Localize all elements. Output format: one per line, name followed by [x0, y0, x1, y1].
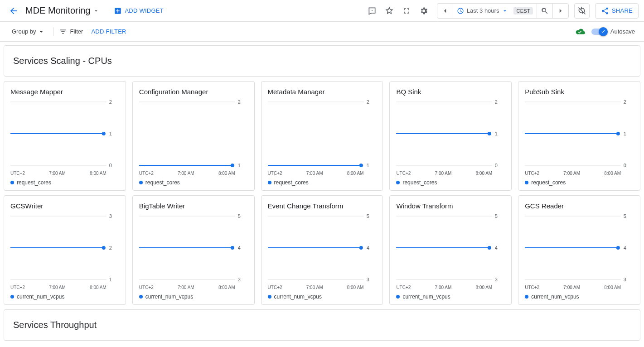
chart-area: 3 1 2	[10, 212, 119, 284]
time-next-button[interactable]	[553, 4, 568, 18]
notes-icon	[368, 6, 377, 15]
page-title[interactable]: MDE Monitoring	[24, 5, 101, 16]
clock-icon	[457, 7, 464, 14]
chart-legend: current_num_vcpus	[10, 294, 119, 300]
share-button[interactable]: SHARE	[595, 3, 639, 19]
svg-text:3: 3	[495, 277, 498, 282]
svg-text:4: 4	[495, 245, 498, 251]
svg-point-68	[616, 246, 620, 250]
back-button[interactable]	[5, 3, 22, 19]
chart-panel[interactable]: BigTable Writer 5 3 4 UTC+27:00 AM8:00 A…	[132, 195, 255, 305]
chart-row-1: Message Mapper 2 0 1 UTC+27:00 AM8:00 AM…	[4, 81, 640, 191]
svg-point-20	[359, 164, 363, 167]
timezone-chip: CEST	[513, 7, 533, 14]
section-header-cpus[interactable]: Services Scaling - CPUs	[4, 45, 640, 77]
chart-legend: current_num_vcpus	[268, 294, 377, 300]
svg-text:4: 4	[366, 245, 369, 251]
legend-label: current_num_vcpus	[145, 294, 193, 300]
star-button[interactable]	[382, 3, 397, 19]
chevron-down-icon	[38, 28, 45, 35]
chevron-down-icon	[502, 8, 508, 14]
add-widget-button[interactable]: ADD WIDGET	[111, 6, 166, 15]
svg-text:1: 1	[109, 277, 112, 282]
settings-button[interactable]	[416, 3, 431, 19]
chart-panel[interactable]: Message Mapper 2 0 1 UTC+27:00 AM8:00 AM…	[4, 81, 126, 191]
chart-x-ticks: UTC+27:00 AM8:00 AM	[268, 171, 377, 176]
svg-text:4: 4	[624, 245, 626, 251]
chart-panel[interactable]: Window Transform 5 3 4 UTC+27:00 AM8:00 …	[389, 195, 512, 305]
chart-title: Metadata Manager	[268, 88, 377, 96]
switch-thumb	[599, 27, 608, 36]
svg-text:1: 1	[495, 131, 498, 136]
svg-text:1: 1	[109, 131, 112, 136]
add-filter-label: ADD FILTER	[91, 28, 126, 35]
chart-x-ticks: UTC+27:00 AM8:00 AM	[525, 171, 634, 176]
chart-x-ticks: UTC+27:00 AM8:00 AM	[396, 171, 505, 176]
svg-point-61	[488, 246, 491, 250]
svg-text:2: 2	[109, 245, 112, 251]
svg-text:5: 5	[366, 213, 369, 219]
filter-bar: Group by Filter ADD FILTER Autosave	[0, 22, 644, 42]
chart-panel[interactable]: Metadata Manager 2 1 UTC+27:00 AM8:00 AM…	[261, 81, 383, 191]
chart-row-2: GCSWriter 3 1 2 UTC+27:00 AM8:00 AM curr…	[4, 195, 640, 305]
chart-title: GCSWriter	[10, 202, 119, 210]
groupby-label: Group by	[12, 28, 36, 35]
notes-button[interactable]	[364, 3, 380, 19]
chart-legend: request_cores	[396, 179, 505, 186]
legend-dot-icon	[396, 181, 400, 184]
chart-panel[interactable]: Event Change Transform 5 3 4 UTC+27:00 A…	[261, 195, 383, 305]
time-range-button[interactable]: Last 3 hours CEST	[453, 4, 537, 18]
legend-dot-icon	[10, 181, 14, 184]
chart-legend: request_cores	[10, 179, 119, 186]
arrow-back-icon	[9, 6, 19, 16]
legend-label: request_cores	[17, 179, 51, 186]
gear-icon	[419, 6, 428, 15]
chart-panel[interactable]: GCS Reader 5 3 4 UTC+27:00 AM8:00 AM cur…	[518, 195, 640, 305]
legend-dot-icon	[268, 295, 271, 299]
chart-panel[interactable]: GCSWriter 3 1 2 UTC+27:00 AM8:00 AM curr…	[4, 195, 126, 305]
autosave-toggle[interactable]: Autosave	[591, 28, 635, 35]
chart-panel[interactable]: PubSub Sink 2 0 1 UTC+27:00 AM8:00 AM re…	[518, 81, 640, 191]
time-prev-button[interactable]	[437, 4, 453, 18]
section-title: Services Throughput	[13, 320, 631, 330]
svg-text:5: 5	[624, 213, 626, 219]
filter-text: Filter	[70, 28, 83, 35]
section-header-throughput[interactable]: Services Throughput	[4, 309, 640, 341]
svg-text:2: 2	[109, 99, 112, 105]
chart-area: 2 1	[139, 97, 248, 170]
legend-label: current_num_vcpus	[274, 294, 322, 300]
chart-panel[interactable]: BQ Sink 2 0 1 UTC+27:00 AM8:00 AM reques…	[389, 81, 512, 191]
legend-dot-icon	[268, 181, 271, 184]
cloud-check-icon	[574, 26, 586, 38]
search-icon	[541, 7, 549, 15]
divider	[53, 27, 53, 36]
svg-text:5: 5	[238, 213, 241, 219]
chart-title: BQ Sink	[396, 88, 505, 96]
filter-label: Filter	[59, 28, 83, 36]
chart-legend: request_cores	[139, 179, 248, 186]
chart-x-ticks: UTC+27:00 AM8:00 AM	[139, 285, 248, 290]
chevron-right-icon	[557, 7, 565, 15]
svg-text:1: 1	[366, 163, 369, 168]
chart-x-ticks: UTC+27:00 AM8:00 AM	[10, 171, 119, 176]
legend-dot-icon	[525, 295, 528, 299]
switch-track	[591, 29, 607, 35]
svg-point-47	[231, 246, 234, 250]
legend-label: current_num_vcpus	[531, 294, 579, 300]
chart-area: 2 0 1	[10, 97, 119, 170]
fullscreen-button[interactable]	[399, 3, 414, 19]
time-range-label: Last 3 hours	[467, 7, 499, 14]
chart-title: PubSub Sink	[525, 88, 634, 96]
svg-text:1: 1	[238, 163, 241, 168]
chart-legend: current_num_vcpus	[525, 294, 634, 300]
filter-list-icon	[59, 28, 67, 36]
add-filter-button[interactable]: ADD FILTER	[88, 28, 129, 35]
sync-off-button[interactable]	[574, 3, 590, 19]
groupby-button[interactable]: Group by	[9, 28, 48, 36]
top-bar: MDE Monitoring ADD WIDGET Last 3 ho	[0, 0, 644, 22]
time-search-button[interactable]	[537, 4, 553, 18]
chart-legend: current_num_vcpus	[396, 294, 505, 300]
chart-panel[interactable]: Configuration Manager 2 1 UTC+27:00 AM8:…	[132, 81, 255, 191]
svg-text:3: 3	[109, 213, 112, 219]
svg-text:1: 1	[624, 131, 626, 136]
